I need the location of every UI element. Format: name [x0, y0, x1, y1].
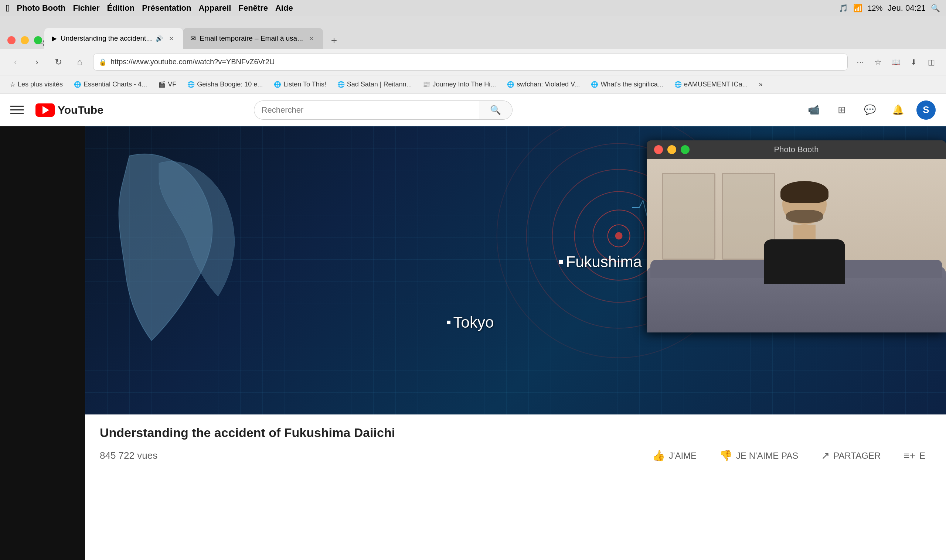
thumbs-down-icon: 👎 [720, 449, 732, 462]
youtube-logo[interactable]: YouTube [35, 103, 103, 117]
share-icon: ↗ [821, 449, 830, 462]
menu-fichier[interactable]: Fichier [73, 3, 99, 13]
tab-title-youtube: Understanding the accident... [61, 34, 152, 43]
app-menu-name[interactable]: Photo Booth [17, 3, 66, 13]
video-stats-row: 845 722 vues 👍 J'AIME 👎 JE N'AIME PAS [100, 446, 931, 465]
apps-button[interactable]: ⊞ [832, 100, 851, 120]
bookmark-geisha[interactable]: 🌐 Geisha Boogie: 10 e... [183, 78, 267, 91]
messages-button[interactable]: 💬 [860, 100, 880, 120]
photo-booth-camera-view [647, 159, 946, 332]
bookmark-star-btn[interactable]: ☆ [871, 55, 885, 69]
person-head [782, 184, 827, 225]
home-button[interactable]: ⌂ [72, 54, 88, 70]
photo-booth-close-btn[interactable] [654, 145, 663, 154]
bookmark-les-plus-visites[interactable]: ☆ Les plus visités [5, 78, 67, 91]
tab-favicon-email: ✉ [190, 34, 196, 43]
menu-fenetre[interactable]: Fenêtre [238, 3, 268, 13]
address-bar[interactable]: 🔒 https://www.youtube.com/watch?v=YBNFvZ… [93, 54, 848, 71]
tab-title-email: Email temporaire – Email à usa... [200, 34, 303, 43]
person-beard [786, 210, 823, 223]
bookmark-eamusement[interactable]: 🌐 eAMUSEMENT ICa... [670, 78, 752, 91]
refresh-button[interactable]: ↻ [50, 54, 66, 70]
youtube-menu-button[interactable] [10, 102, 26, 118]
back-button[interactable]: ‹ [8, 54, 24, 70]
thumbs-up-icon: 👍 [652, 449, 665, 462]
bookmark-icon: ☆ [9, 80, 15, 89]
download-btn[interactable]: ⬇ [906, 55, 921, 69]
security-icon: 🔒 [99, 58, 107, 66]
bookmark-whats[interactable]: 🌐 What's the significa... [587, 78, 668, 91]
forward-button[interactable]: › [29, 54, 45, 70]
search-container: 🔍 [254, 100, 513, 120]
person-body [764, 239, 845, 284]
add-to-playlist-icon: ≡+ [903, 450, 916, 462]
menu-edition[interactable]: Édition [107, 3, 135, 13]
photo-booth-content [647, 159, 946, 332]
sidebar-btn[interactable]: ◫ [924, 55, 938, 69]
tab-favicon-youtube: ▶ [52, 34, 57, 43]
like-button[interactable]: 👍 J'AIME [646, 446, 703, 465]
tab-bar: ⊹ ▶ Understanding the accident... 🔊 ✕ ✉ … [0, 16, 946, 49]
new-tab-button[interactable]: + [326, 32, 342, 49]
video-actions: 👍 J'AIME 👎 JE N'AIME PAS ↗ PARTAGER [646, 446, 931, 465]
tab-email[interactable]: ✉ Email temporaire – Email à usa... ✕ [183, 28, 323, 49]
more-button[interactable]: ≡+ E [898, 446, 931, 465]
user-avatar[interactable]: S [917, 100, 936, 120]
battery-status: 12% [867, 4, 883, 12]
photo-booth-titlebar: Photo Booth [647, 140, 946, 159]
photo-booth-minimize-btn[interactable] [667, 145, 676, 154]
bookmark-listen[interactable]: 🌐 Listen To This! [270, 78, 330, 91]
notifications-button[interactable]: 🔔 [888, 100, 907, 120]
menu-aide[interactable]: Aide [275, 3, 293, 13]
upload-button[interactable]: 📹 [804, 100, 823, 120]
svg-point-6 [615, 232, 622, 239]
fukushima-label: Fukushima [559, 253, 642, 271]
bookmark-journey[interactable]: 📰 Journey Into The Hi... [418, 78, 500, 91]
tab-close-email[interactable]: ✕ [307, 34, 316, 43]
youtube-logo-text: YouTube [58, 104, 103, 116]
header-actions: 📹 ⊞ 💬 🔔 S [804, 100, 936, 120]
bookmark-essential-charts[interactable]: 🌐 Essential Charts - 4... [69, 78, 151, 91]
menu-appareil[interactable]: Appareil [199, 3, 231, 13]
search-input[interactable] [254, 100, 479, 120]
nav-actions: ⋯ ☆ 📖 ⬇ ◫ [853, 55, 938, 69]
menu-bar-right: 🎵 📶 12% Jeu. 04:21 🔍 [839, 3, 940, 13]
share-button[interactable]: ↗ PARTAGER [815, 446, 886, 465]
nav-more-btn[interactable]: ⋯ [853, 55, 867, 69]
reader-btn[interactable]: 📖 [888, 55, 903, 69]
tokyo-label: Tokyo [447, 314, 494, 331]
tab-mute-icon[interactable]: 🔊 [156, 35, 163, 42]
photo-booth-maximize-btn[interactable] [681, 145, 690, 154]
bluetooth-icon: 🎵 [839, 4, 848, 12]
bookmark-more[interactable]: » [755, 78, 767, 91]
person-neck [793, 225, 815, 239]
wifi-icon: 📶 [853, 4, 863, 12]
video-title: Understanding the accident of Fukushima … [100, 426, 931, 440]
navigation-bar: ‹ › ↻ ⌂ 🔒 https://www.youtube.com/watch?… [0, 49, 946, 75]
time-display: Jeu. 04:21 [887, 3, 926, 13]
dislike-button[interactable]: 👎 JE N'AIME PAS [713, 446, 804, 465]
video-views: 845 722 vues [100, 450, 157, 462]
bookmark-swfchan[interactable]: 🌐 swfchan: Violated V... [502, 78, 584, 91]
tab-close-youtube[interactable]: ✕ [166, 34, 176, 43]
photo-booth-window: Photo Booth [647, 140, 946, 332]
apple-menu[interactable]:  [6, 3, 9, 14]
youtube-sidebar [0, 126, 85, 560]
macos-menu-bar:  Photo Booth Fichier Édition Présentati… [0, 0, 946, 16]
bookmark-sad-satan[interactable]: 🌐 Sad Satan | Reitann... [333, 78, 416, 91]
photo-booth-title: Photo Booth [774, 145, 818, 154]
window-close-btn[interactable] [8, 36, 15, 44]
url-text: https://www.youtube.com/watch?v=YBNFvZ6V… [111, 58, 842, 66]
bookmark-vf[interactable]: 🎬 VF [154, 78, 181, 91]
search-icon[interactable]: 🔍 [931, 4, 940, 12]
youtube-header: YouTube 🔍 📹 ⊞ 💬 🔔 S [0, 94, 946, 126]
window-minimize-btn[interactable] [21, 36, 29, 44]
tab-youtube[interactable]: ▶ Understanding the accident... 🔊 ✕ [44, 28, 183, 49]
video-info: Understanding the accident of Fukushima … [85, 414, 946, 473]
person-hair [780, 181, 829, 203]
wall-panel-left [662, 173, 716, 260]
bookmarks-bar: ☆ Les plus visités 🌐 Essential Charts - … [0, 75, 946, 94]
menu-presentation[interactable]: Présentation [142, 3, 191, 13]
person [764, 184, 845, 284]
search-button[interactable]: 🔍 [479, 100, 513, 120]
